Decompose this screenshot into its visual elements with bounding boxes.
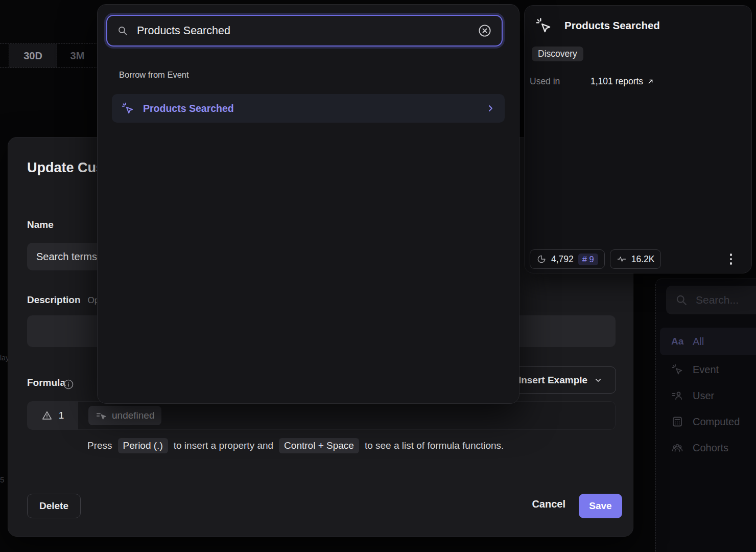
app-screen: D 30D 3M lay 5 Aa All Event User bbox=[0, 0, 756, 552]
formula-editor: 1 undefined bbox=[27, 401, 616, 430]
more-options-button[interactable] bbox=[728, 251, 735, 267]
used-in-label: Used in bbox=[530, 76, 590, 87]
used-in-row: Used in 1,101 reports bbox=[530, 76, 654, 87]
filter-item-computed[interactable]: Computed bbox=[660, 408, 756, 435]
filter-label: Event bbox=[693, 364, 719, 376]
external-arrow-icon bbox=[647, 78, 654, 85]
category-badge: Discovery bbox=[532, 47, 583, 61]
filter-label: Computed bbox=[693, 416, 740, 428]
hint-text: to insert a property and bbox=[174, 440, 273, 451]
filter-item-user[interactable]: User bbox=[660, 382, 756, 409]
filter-item-cohorts[interactable]: Cohorts bbox=[660, 434, 756, 462]
save-button[interactable]: Save bbox=[579, 494, 622, 518]
insert-example-button[interactable]: Insert Example bbox=[505, 366, 616, 394]
used-in-value: 1,101 reports bbox=[590, 76, 643, 87]
name-label: Name bbox=[27, 219, 54, 231]
chevron-right-icon bbox=[485, 103, 495, 113]
search-icon bbox=[674, 293, 689, 307]
count-value: 4,792 bbox=[551, 254, 574, 265]
calculator-icon bbox=[671, 416, 683, 428]
picker-search-input[interactable] bbox=[137, 25, 477, 37]
event-title: Products Searched bbox=[564, 19, 660, 32]
error-count: 1 bbox=[59, 410, 64, 421]
filter-item-all[interactable]: Aa All bbox=[660, 328, 756, 355]
formula-hint: Press Period (.) to insert a property an… bbox=[87, 438, 504, 453]
volume-badge: 16.2K bbox=[610, 249, 662, 269]
event-result-row[interactable]: Products Searched bbox=[112, 94, 505, 123]
time-range-3m[interactable]: 3M bbox=[57, 44, 98, 67]
control-space-key-chip: Control + Space bbox=[279, 438, 359, 453]
pie-chart-icon bbox=[536, 254, 547, 264]
formula-input[interactable]: undefined bbox=[78, 401, 616, 430]
close-circle-icon bbox=[477, 23, 492, 38]
rank-badge: # 9 bbox=[578, 254, 598, 265]
event-cursor-icon bbox=[121, 102, 134, 115]
volume-value: 16.2K bbox=[631, 254, 655, 265]
event-result-label: Products Searched bbox=[143, 103, 234, 114]
time-range-30d[interactable]: 30D bbox=[9, 44, 57, 67]
card-footer: 4,792 # 9 16.2K bbox=[530, 249, 743, 269]
cohorts-icon bbox=[671, 442, 683, 454]
event-picker-dropdown: Borrow from Event Products Searched bbox=[97, 4, 519, 404]
section-label: Borrow from Event bbox=[119, 70, 189, 80]
filter-item-event[interactable]: Event bbox=[660, 356, 756, 383]
event-cursor-icon bbox=[535, 17, 552, 34]
card-header: Products Searched bbox=[535, 17, 660, 34]
text-type-icon: Aa bbox=[671, 336, 683, 347]
delete-button[interactable]: Delete bbox=[27, 494, 81, 518]
property-type-panel: Aa All Event User Computed bbox=[655, 279, 756, 552]
filter-label: All bbox=[693, 336, 704, 348]
chevron-down-icon bbox=[594, 376, 603, 385]
search-icon bbox=[116, 25, 129, 37]
background-axis-fragment: 5 bbox=[0, 475, 4, 484]
time-range-7d[interactable]: D bbox=[0, 44, 9, 67]
filter-label: Cohorts bbox=[693, 442, 728, 454]
picker-search-box[interactable] bbox=[106, 15, 503, 47]
count-badge: 4,792 # 9 bbox=[530, 249, 605, 269]
used-in-reports-link[interactable]: 1,101 reports bbox=[590, 76, 654, 87]
pulse-icon bbox=[617, 254, 627, 264]
period-key-chip: Period (.) bbox=[118, 438, 168, 453]
hint-text: Press bbox=[87, 440, 112, 451]
formula-label: Formula bbox=[27, 377, 65, 388]
description-label-text: Description bbox=[27, 294, 81, 305]
warning-icon bbox=[41, 410, 53, 421]
filter-label: User bbox=[693, 390, 714, 402]
insert-example-label: Insert Example bbox=[518, 375, 587, 386]
user-icon bbox=[671, 389, 683, 402]
cancel-button[interactable]: Cancel bbox=[532, 498, 565, 510]
clear-search-button[interactable] bbox=[477, 23, 492, 38]
formula-token-chip: undefined bbox=[88, 406, 161, 425]
time-range-control: D 30D 3M bbox=[0, 43, 98, 68]
property-icon bbox=[96, 410, 107, 421]
event-cursor-icon bbox=[671, 363, 683, 376]
panel-search-box[interactable] bbox=[666, 286, 756, 314]
info-icon[interactable] bbox=[62, 378, 75, 390]
event-details-card: Products Searched Discovery Used in 1,10… bbox=[524, 5, 752, 273]
formula-error-indicator: 1 bbox=[27, 401, 78, 430]
panel-search-input[interactable] bbox=[696, 294, 756, 306]
hint-text: to see a list of formula functions. bbox=[365, 440, 504, 451]
formula-token-label: undefined bbox=[112, 410, 154, 421]
